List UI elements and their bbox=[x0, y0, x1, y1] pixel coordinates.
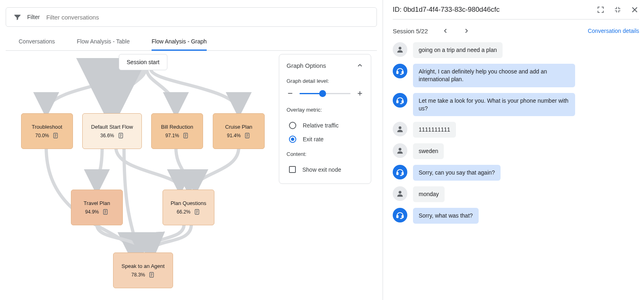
node-title: Session start bbox=[127, 59, 160, 65]
radio-icon bbox=[289, 122, 296, 129]
detail-level-label: Graph detail level: bbox=[287, 78, 364, 84]
message-row: monday bbox=[393, 186, 639, 202]
message-bubble: sweden bbox=[413, 143, 444, 159]
message-row: Sorry, can you say that again? bbox=[393, 165, 639, 181]
filter-icon bbox=[13, 13, 21, 21]
tab-conversations[interactable]: Conversations bbox=[19, 34, 55, 50]
document-icon bbox=[244, 132, 250, 139]
message-bubble: Sorry, what was that? bbox=[413, 208, 479, 224]
node-bill-reduction[interactable]: Bill Reduction 97.1% bbox=[151, 113, 203, 149]
node-default-start-flow[interactable]: Default Start Flow 36.6% bbox=[82, 113, 142, 149]
agent-avatar-icon bbox=[393, 93, 407, 108]
node-speak-agent[interactable]: Speak to an Agent 78.3% bbox=[113, 253, 173, 288]
svg-point-42 bbox=[399, 191, 402, 194]
document-icon bbox=[148, 272, 155, 278]
plus-icon[interactable] bbox=[356, 90, 364, 97]
tab-flow-table[interactable]: Flow Analysis - Table bbox=[77, 34, 130, 50]
user-avatar-icon bbox=[393, 143, 407, 158]
agent-avatar-icon bbox=[393, 208, 407, 222]
chevron-up-icon[interactable] bbox=[356, 62, 364, 69]
next-session-icon[interactable] bbox=[463, 27, 470, 35]
document-icon bbox=[194, 209, 200, 215]
content-label: Content: bbox=[287, 151, 364, 157]
message-bubble: Sorry, can you say that again? bbox=[413, 165, 501, 181]
document-icon bbox=[102, 209, 109, 215]
minus-icon[interactable] bbox=[287, 90, 294, 97]
message-bubble: Let me take a look for you. What is your… bbox=[413, 93, 575, 117]
close-icon[interactable] bbox=[630, 5, 639, 14]
session-label: Session 5/22 bbox=[393, 28, 428, 35]
message-bubble: 1111111111 bbox=[413, 122, 456, 138]
svg-rect-36 bbox=[397, 101, 398, 103]
node-travel-plan[interactable]: Travel Plan 94.9% bbox=[71, 190, 123, 225]
node-session-start[interactable]: Session start bbox=[119, 54, 167, 70]
filter-label: Filter bbox=[27, 14, 40, 20]
overlay-metric-label: Overlay metric: bbox=[287, 107, 364, 113]
message-bubble: Alright, I can definitely help you choos… bbox=[413, 64, 575, 87]
svg-rect-44 bbox=[402, 216, 404, 218]
checkbox-show-exit-node[interactable]: Show exit node bbox=[287, 163, 364, 176]
svg-point-39 bbox=[399, 148, 402, 151]
prev-session-icon[interactable] bbox=[442, 27, 449, 35]
user-avatar-icon bbox=[393, 42, 407, 57]
message-bubble: going on a trip and need a plan bbox=[413, 42, 503, 58]
message-row: Let me take a look for you. What is your… bbox=[393, 93, 639, 117]
document-icon bbox=[182, 132, 189, 139]
node-plan-questions[interactable]: Plan Questions 66.2% bbox=[163, 190, 214, 225]
conversation-id: ID: 0bd1d7-4f4-733-83c-980d46cfc bbox=[393, 6, 500, 14]
message-row: 1111111111 bbox=[393, 122, 639, 138]
filter-bar[interactable]: Filter bbox=[6, 7, 377, 27]
flow-canvas[interactable]: Session start Troubleshoot 70.0% Default… bbox=[6, 51, 377, 294]
radio-relative-traffic[interactable]: Relative traffic bbox=[287, 119, 364, 132]
svg-rect-41 bbox=[402, 173, 404, 175]
message-row: Alright, I can definitely help you choos… bbox=[393, 64, 639, 87]
svg-rect-34 bbox=[397, 71, 398, 74]
message-row: Sorry, what was that? bbox=[393, 208, 639, 224]
radio-exit-rate[interactable]: Exit rate bbox=[287, 132, 364, 146]
message-row: going on a trip and need a plan bbox=[393, 42, 639, 58]
document-icon bbox=[52, 132, 59, 139]
chat-log: going on a trip and need a planAlright, … bbox=[393, 42, 639, 300]
node-troubleshoot[interactable]: Troubleshoot 70.0% bbox=[21, 113, 73, 149]
checkbox-icon bbox=[289, 166, 296, 173]
document-icon bbox=[118, 132, 124, 139]
tab-flow-graph[interactable]: Flow Analysis - Graph bbox=[152, 34, 207, 51]
message-row: sweden bbox=[393, 143, 639, 159]
message-bubble: monday bbox=[413, 186, 445, 202]
graph-options-card: Graph Options Graph detail level: Overla… bbox=[279, 54, 371, 184]
fullscreen-icon[interactable] bbox=[596, 5, 605, 14]
user-avatar-icon bbox=[393, 186, 407, 201]
user-avatar-icon bbox=[393, 122, 407, 136]
svg-rect-40 bbox=[397, 173, 398, 175]
agent-avatar-icon bbox=[393, 165, 407, 179]
svg-point-38 bbox=[399, 127, 402, 129]
svg-point-33 bbox=[399, 47, 402, 50]
detail-header: ID: 0bd1d7-4f4-733-83c-980d46cfc bbox=[393, 0, 639, 19]
radio-icon bbox=[289, 136, 296, 143]
filter-input[interactable] bbox=[45, 13, 369, 21]
tabs: Conversations Flow Analysis - Table Flow… bbox=[6, 34, 377, 51]
conversation-details-link[interactable]: Conversation details bbox=[588, 28, 639, 34]
node-cruise-plan[interactable]: Cruise Plan 91.4% bbox=[213, 113, 265, 149]
session-row: Session 5/22 Conversation details bbox=[393, 19, 639, 42]
svg-rect-43 bbox=[397, 216, 398, 218]
graph-options-title: Graph Options bbox=[287, 62, 326, 69]
detail-slider[interactable] bbox=[300, 93, 351, 94]
fullscreen-exit-icon[interactable] bbox=[613, 5, 622, 14]
svg-rect-37 bbox=[402, 101, 404, 103]
svg-rect-35 bbox=[402, 71, 404, 74]
agent-avatar-icon bbox=[393, 64, 407, 78]
